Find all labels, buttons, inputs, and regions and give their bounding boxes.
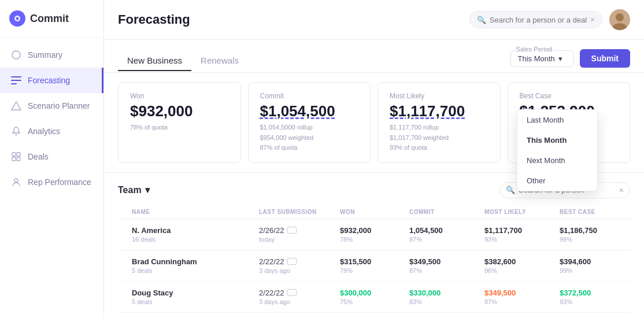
svg-marker-6	[12, 102, 21, 110]
cell-won-0: $932,000 78%	[340, 226, 409, 243]
submit-button[interactable]: Submit	[580, 49, 630, 68]
sidebar-item-summary[interactable]: Summary	[0, 42, 103, 68]
th-won: WON	[340, 209, 409, 215]
th-most-likely: MOST LIKELY	[484, 209, 560, 215]
cell-most-likely-2: $349,500 87%	[484, 289, 560, 305]
won-value: $932,000	[130, 102, 229, 120]
sidebar-item-deals[interactable]: Deals	[0, 144, 103, 169]
logo-area: Commit	[0, 0, 103, 38]
table-row: Marcy Yikes 6 deals 2/21/20 4 days ago $…	[118, 313, 630, 318]
most-likely-sub2: $1,017,700 weighted	[390, 134, 449, 141]
period-current: This Month	[518, 54, 555, 63]
th-commit: COMMIT	[409, 209, 484, 215]
page-title: Forecasting	[118, 12, 190, 27]
table-header-row: NAME LAST SUBMISSION WON COMMIT MOST LIK…	[118, 205, 630, 219]
note-icon-0	[287, 227, 297, 234]
dropdown-item-other[interactable]: Other	[517, 171, 597, 191]
won-label: Won	[130, 92, 229, 100]
cell-commit-1: $349,500 87%	[409, 257, 484, 274]
cell-submission-2: 2/22/22 3 days ago	[259, 289, 340, 305]
cell-best-case-0: $1,186,750 99%	[560, 226, 629, 243]
table-row: Brad Cunningham 5 deals 2/22/22 3 days a…	[118, 250, 630, 282]
sidebar-label-summary: Summary	[28, 50, 62, 60]
cell-most-likely-0: $1,117,700 93%	[484, 226, 560, 243]
search-input[interactable]	[490, 16, 587, 24]
sidebar-label-analytics: Analytics	[28, 127, 60, 136]
svg-rect-10	[17, 157, 20, 161]
header-right: 🔍 ×	[469, 9, 630, 30]
team-table: NAME LAST SUBMISSION WON COMMIT MOST LIK…	[118, 205, 630, 318]
svg-rect-8	[17, 153, 20, 156]
chevron-down-icon: ▾	[558, 54, 562, 63]
search-icon: 🔍	[477, 16, 486, 24]
bell-icon	[10, 125, 22, 137]
cell-best-case-1: $394,600 99%	[560, 257, 629, 274]
avatar[interactable]	[609, 9, 630, 30]
commit-sub2: $954,000 weighted	[260, 134, 314, 141]
commit-sub3: 87% of quota	[260, 144, 298, 151]
sidebar-label-scenario-planner: Scenario Planner	[28, 101, 90, 110]
tabs: New Business Renewals	[118, 51, 248, 71]
svg-point-2	[12, 51, 20, 59]
team-section: Team ▾ 🔍 × NAME LAST SUBMISSION WON COMM…	[104, 173, 644, 318]
svg-point-1	[16, 17, 19, 20]
person-icon	[10, 176, 22, 188]
sales-period-dropdown: Last Month This Month Next Month Other	[517, 109, 598, 191]
note-icon-2	[287, 289, 297, 296]
sidebar-item-scenario-planner[interactable]: Scenario Planner	[0, 93, 103, 119]
logo-icon	[9, 10, 25, 27]
won-sub: 78% of quota	[130, 123, 229, 133]
main-content: Forecasting 🔍 × New Business Renewals Sa…	[104, 0, 644, 318]
dropdown-item-this-month[interactable]: This Month	[517, 130, 597, 150]
sidebar-item-rep-performance[interactable]: Rep Performance	[0, 169, 103, 195]
team-title-text: Team	[118, 185, 142, 195]
note-icon-1	[287, 258, 297, 265]
commit-sub: $1,054,5000 rollup $954,000 weighted 87%…	[260, 123, 359, 153]
most-likely-sub3: 93% of quota	[390, 144, 427, 151]
search-clear-icon[interactable]: ×	[590, 15, 595, 24]
svg-rect-7	[12, 153, 16, 156]
svg-rect-4	[11, 80, 21, 81]
logo-text: Commit	[30, 13, 69, 25]
sales-period-selector: Sales Period This Month ▾	[510, 50, 574, 67]
won-card: Won $932,000 78% of quota	[118, 82, 241, 163]
dropdown-item-next-month[interactable]: Next Month	[517, 150, 597, 171]
tab-new-business[interactable]: New Business	[118, 51, 191, 71]
cell-best-case-2: $372,500 93%	[560, 289, 629, 305]
page-header: Forecasting 🔍 ×	[104, 0, 644, 40]
svg-point-11	[14, 179, 18, 182]
dropdown-item-last-month[interactable]: Last Month	[517, 110, 597, 130]
cell-commit-0: 1,054,500 87%	[409, 226, 484, 243]
sidebar-label-rep-performance: Rep Performance	[28, 178, 91, 187]
sidebar-nav: Summary Forecasting Scenario Planner Ana…	[0, 38, 103, 199]
period-dropdown-button[interactable]: This Month ▾	[510, 50, 574, 67]
cell-name-2: Doug Stacy 5 deals	[132, 289, 259, 305]
svg-rect-5	[11, 83, 17, 84]
sidebar: Commit Summary Forecasting Scenario Plan…	[0, 0, 104, 318]
search-bar[interactable]: 🔍 ×	[469, 11, 602, 28]
cell-submission-0: 2/26/22 today	[259, 226, 340, 243]
table-row: Doug Stacy 5 deals 2/22/22 3 days ago $3…	[118, 282, 630, 313]
grid-icon	[10, 151, 22, 162]
table-row: N. America 16 deals 2/26/22 today $932,0…	[118, 219, 630, 250]
cell-most-likely-1: $382,600 96%	[484, 257, 560, 274]
tab-actions: Sales Period This Month ▾ Submit	[510, 49, 630, 72]
svg-rect-9	[12, 157, 16, 161]
most-likely-label: Most Likely	[390, 92, 488, 100]
team-chevron-icon: ▾	[145, 184, 150, 195]
th-last-submission: LAST SUBMISSION	[259, 209, 340, 215]
team-title-button[interactable]: Team ▾	[118, 184, 150, 195]
sidebar-item-analytics[interactable]: Analytics	[0, 119, 103, 144]
th-name: NAME	[132, 209, 259, 215]
team-search-clear[interactable]: ×	[619, 186, 624, 195]
commit-card: Commit $1,054,500 $1,054,5000 rollup $95…	[248, 82, 371, 163]
most-likely-sub: $1,117,700 rollup $1,017,700 weighted 93…	[390, 123, 488, 153]
cell-submission-1: 2/22/22 3 days ago	[259, 257, 340, 274]
most-likely-sub1: $1,117,700 rollup	[390, 124, 439, 131]
cell-commit-2: $330,000 83%	[409, 289, 484, 305]
most-likely-card: Most Likely $1,117,700 $1,117,700 rollup…	[377, 82, 501, 163]
sidebar-item-forecasting[interactable]: Forecasting	[0, 68, 103, 93]
th-best-case: BEST CASE	[560, 209, 629, 215]
tab-renewals[interactable]: Renewals	[191, 51, 248, 71]
sidebar-label-deals: Deals	[28, 152, 49, 161]
